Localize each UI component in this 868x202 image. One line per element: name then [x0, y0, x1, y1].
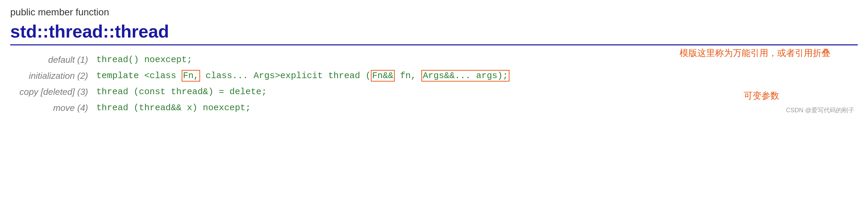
table-row: copy [deleted] (3) thread (const thread&…: [10, 84, 858, 100]
title-main: thread::thread: [49, 21, 169, 41]
highlight-fn-param: Fn,: [182, 70, 200, 82]
label-copy: copy [deleted] (3): [10, 84, 92, 100]
title-prefix: std::: [10, 21, 49, 41]
watermark: CSDN @爱写代码的刚子: [786, 106, 854, 114]
code-copy: thread (const thread&) = delete;: [92, 84, 858, 100]
table-row: move (4) thread (thread&& x) noexcept;: [10, 100, 858, 116]
function-table: default (1) thread() noexcept; initializ…: [10, 50, 858, 116]
annotation-template: 模版这里称为万能引用，或者引用折叠: [680, 47, 830, 59]
label-init: initialization (2): [10, 68, 92, 84]
content-area: 模版这里称为万能引用，或者引用折叠 default (1) thread() n…: [10, 45, 858, 116]
page-title: std::thread::thread: [10, 21, 858, 42]
table-row: initialization (2) template <class Fn, c…: [10, 68, 858, 84]
page-subtitle: public member function: [10, 7, 858, 18]
code-move: thread (thread&& x) noexcept;: [92, 100, 858, 116]
annotation-varargs: 可变参数: [744, 90, 779, 102]
highlight-fn-ref: Fn&&: [371, 70, 395, 82]
label-move: move (4): [10, 100, 92, 116]
code-init: template <class Fn, class... Args>explic…: [92, 68, 858, 84]
label-default: default (1): [10, 50, 92, 68]
highlight-args-ref: Args&&... args);: [421, 70, 509, 82]
